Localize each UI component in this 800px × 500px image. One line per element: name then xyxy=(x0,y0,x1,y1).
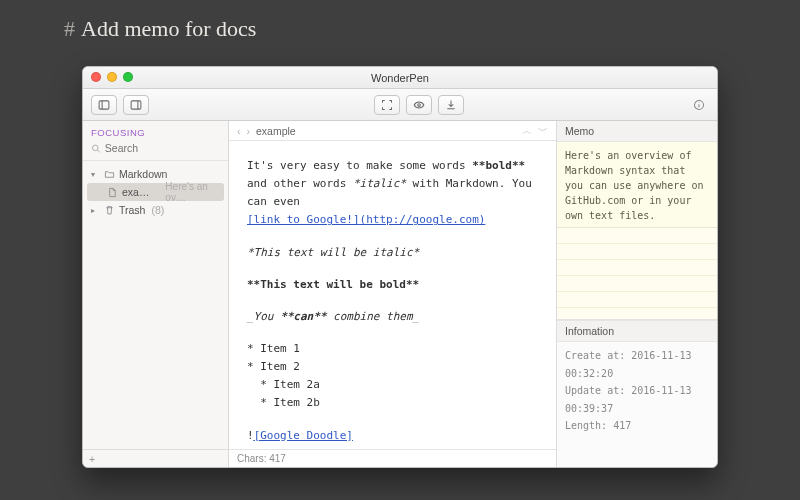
text: and other words xyxy=(247,177,353,190)
status-chars-value: 417 xyxy=(269,453,286,464)
toggle-right-panel-button[interactable] xyxy=(123,95,149,115)
list-item: * Item 2b xyxy=(247,394,538,412)
info-length: Length: 417 xyxy=(565,418,709,434)
tree-trash[interactable]: ▸ Trash (8) xyxy=(87,201,224,219)
hash-mark: # xyxy=(64,16,75,41)
svg-point-4 xyxy=(418,103,421,106)
memo-empty-lines[interactable] xyxy=(557,228,717,320)
link-text: [Google Doodle] xyxy=(254,429,353,442)
sidebar-icon xyxy=(98,99,110,111)
sidebar-footer: + xyxy=(83,449,228,467)
tree-doc-example[interactable]: example Here's an ov… xyxy=(87,183,224,201)
sidebar-search xyxy=(83,140,228,161)
text: ! xyxy=(247,429,254,442)
svg-line-9 xyxy=(97,150,99,152)
trash-icon xyxy=(103,204,115,216)
traffic-lights xyxy=(91,72,133,82)
editor-list: * Item 1 * Item 2 * Item 2a * Item 2b xyxy=(247,340,538,413)
sidebar: FOCUSING ▾ Markdown example Here's an ov… xyxy=(83,121,229,467)
nav-forward-button[interactable]: › xyxy=(247,125,251,137)
add-document-button[interactable]: + xyxy=(89,453,95,465)
export-icon xyxy=(445,99,457,111)
svg-point-8 xyxy=(93,145,99,151)
minimize-window-button[interactable] xyxy=(107,72,117,82)
export-button[interactable] xyxy=(438,95,464,115)
nav-back-button[interactable]: ‹ xyxy=(237,125,241,137)
chevron-down-icon: ▾ xyxy=(91,170,99,179)
editor-paragraph: *This text will be italic* xyxy=(247,244,538,262)
link-url: (http://google.com) xyxy=(360,213,486,226)
preview-button[interactable] xyxy=(406,95,432,115)
tree-trash-count: (8) xyxy=(151,204,164,216)
memo-text[interactable]: Here's an overview of Markdown syntax th… xyxy=(557,142,717,228)
eye-icon xyxy=(413,99,425,111)
info-update: Update at: 2016-11-13 xyxy=(565,383,709,399)
info-value: 417 xyxy=(613,420,631,431)
italic-text: _You xyxy=(247,310,280,323)
window-title: WonderPen xyxy=(371,72,429,84)
window-body: FOCUSING ▾ Markdown example Here's an ov… xyxy=(83,121,717,467)
editor-paragraph: It's very easy to make some words **bold… xyxy=(247,157,538,230)
document-tree: ▾ Markdown example Here's an ov… ▸ Trash… xyxy=(83,161,228,449)
info-label: Update at: xyxy=(565,385,625,396)
editor-paragraph: _You **can** combine them_ xyxy=(247,308,538,326)
editor[interactable]: It's very easy to make some words **bold… xyxy=(229,141,556,449)
info-heading: Infomation xyxy=(557,320,717,342)
page-heading: #Add memo for docs xyxy=(64,16,256,42)
toolbar-right-group xyxy=(689,95,709,115)
info-update-time: 00:39:37 xyxy=(565,401,709,417)
status-chars-label: Chars: xyxy=(237,453,266,464)
list-item: * Item 2 xyxy=(247,358,538,376)
right-panel: Memo Here's an overview of Markdown synt… xyxy=(557,121,717,467)
memo-heading: Memo xyxy=(557,121,717,142)
svg-point-7 xyxy=(699,102,700,103)
focus-icon xyxy=(381,99,393,111)
zoom-window-button[interactable] xyxy=(123,72,133,82)
titlebar: WonderPen xyxy=(83,67,717,89)
toggle-sidebar-button[interactable] xyxy=(91,95,117,115)
info-icon xyxy=(693,99,705,111)
tree-doc-label: example xyxy=(122,186,157,198)
sidebar-heading: FOCUSING xyxy=(83,121,228,140)
info-button[interactable] xyxy=(689,95,709,115)
svg-rect-0 xyxy=(99,100,109,108)
italic-text: combine them_ xyxy=(326,310,419,323)
text: It's very easy to make some words xyxy=(247,159,472,172)
list-item: * Item 1 xyxy=(247,340,538,358)
search-input[interactable] xyxy=(105,142,220,154)
toolbar xyxy=(83,89,717,121)
info-value: 2016-11-13 xyxy=(631,385,691,396)
tree-folder-label: Markdown xyxy=(119,168,167,180)
tree-doc-preview: Here's an ov… xyxy=(165,181,224,203)
info-create: Create at: 2016-11-13 xyxy=(565,348,709,364)
bold-italic-text: **can** xyxy=(280,310,326,323)
status-bar: Chars: 417 xyxy=(229,449,556,467)
bold-text: **bold** xyxy=(472,159,525,172)
right-panel-icon xyxy=(130,99,142,111)
breadcrumb[interactable]: example xyxy=(256,125,296,137)
breadcrumb-bar: ‹ › example ︿ ﹀ xyxy=(229,121,556,141)
focus-mode-button[interactable] xyxy=(374,95,400,115)
close-window-button[interactable] xyxy=(91,72,101,82)
app-window: WonderPen xyxy=(82,66,718,468)
editor-image-link: ![Google Doodle] (https://lh3.googleuser… xyxy=(247,427,538,449)
main-column: ‹ › example ︿ ﹀ It's very easy to make s… xyxy=(229,121,557,467)
info-body: Create at: 2016-11-13 00:32:20 Update at… xyxy=(557,342,717,467)
toolbar-center-group xyxy=(374,95,464,115)
page-heading-text: Add memo for docs xyxy=(81,16,256,41)
svg-rect-2 xyxy=(131,100,141,108)
editor-link[interactable]: [Google Doodle] xyxy=(254,429,353,442)
chevron-right-icon: ▸ xyxy=(91,206,99,215)
info-label: Length: xyxy=(565,420,607,431)
search-icon xyxy=(91,143,101,154)
collapse-up-button[interactable]: ︿ xyxy=(522,124,532,138)
editor-link[interactable]: [link to Google!](http://google.com) xyxy=(247,213,485,226)
collapse-down-button[interactable]: ﹀ xyxy=(538,124,548,138)
italic-text: *italic* xyxy=(353,177,406,190)
document-icon xyxy=(107,186,118,198)
tree-trash-label: Trash xyxy=(119,204,145,216)
link-text: [link to Google!] xyxy=(247,213,360,226)
folder-icon xyxy=(103,168,115,180)
info-value: 2016-11-13 xyxy=(631,350,691,361)
editor-paragraph: **This text will be bold** xyxy=(247,276,538,294)
